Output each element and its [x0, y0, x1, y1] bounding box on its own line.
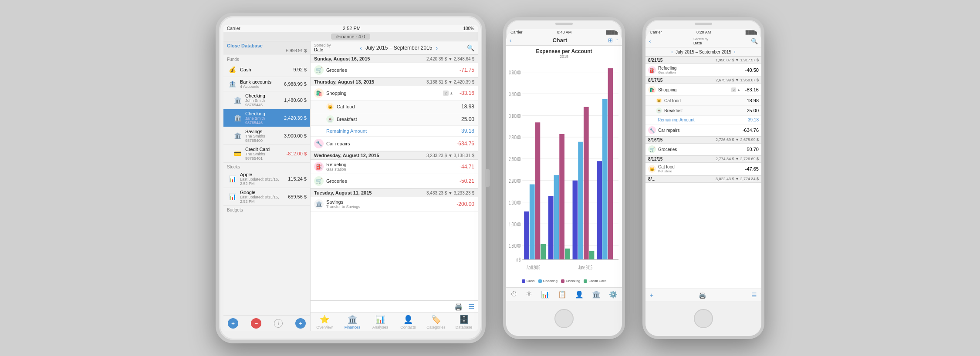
checking2-legend-dot	[561, 279, 564, 283]
iphone2-battery: ▓▓▓▓	[746, 30, 757, 34]
expand-2-button[interactable]: 2	[443, 91, 449, 96]
transaction-breakfast[interactable]: ☕ Breakfast 25.00	[311, 113, 478, 126]
print-button[interactable]: 🖨️	[454, 302, 463, 311]
overview-tab-label: Overview	[316, 325, 333, 329]
checking1-icon: 🏛️	[232, 95, 243, 105]
iphone2-groceries[interactable]: 🛒 Groceries -50.70	[645, 144, 761, 155]
iphone2-next-button[interactable]: ›	[734, 49, 736, 55]
tab-contacts[interactable]: 👤 Contacts	[394, 315, 422, 329]
transaction-savings-transfer[interactable]: 🏛️ Savings Transfer to Savings -200.00	[311, 197, 478, 212]
transaction-shopping[interactable]: 🛍️ Shopping 2 ▲ -83.16	[311, 86, 478, 101]
iphone1-grid-button[interactable]: ⊞	[608, 37, 613, 44]
iphone2-search-button[interactable]: 🔍	[751, 38, 758, 44]
sidebar-item-google[interactable]: 📊 Google Last updated: 8/13/15, 2:52 PM …	[223, 188, 310, 206]
sidebar-item-credit-card[interactable]: 💳 Credit Card The Smiths98765401 -812.00…	[223, 145, 310, 163]
tablet-screen: Carrier 2:52 PM 100% iFinance · 4.0 Clos…	[223, 25, 478, 331]
funds-section-title: Funds	[223, 55, 310, 63]
iphone1-tab-chart[interactable]: 📊	[540, 289, 551, 299]
iphone1-status-bar: Carrier 8:43 AM ▓▓▓▓	[506, 29, 622, 35]
svg-rect-32	[597, 161, 602, 259]
iphone2-car-repairs[interactable]: 🔧 Car repairs -634.76	[645, 124, 761, 136]
iphone2-sort-date: Date	[693, 41, 708, 45]
iphone2-groceries-icon: 🛒	[648, 145, 656, 153]
iphone2-breakfast[interactable]: ☕ Breakfast 25.00	[645, 106, 761, 116]
sidebar-header: Close Database 6,998.91 $	[223, 41, 310, 55]
sidebar-item-apple[interactable]: 📊 Apple Last updated: 8/13/15, 2:52 PM 1…	[223, 170, 310, 188]
iphone1-tab-clock[interactable]: ⏱	[510, 289, 518, 299]
svg-rect-23	[541, 244, 546, 260]
iphone1-tab-person[interactable]: 👤	[574, 289, 585, 299]
remove-account-button[interactable]: −	[251, 318, 261, 329]
next-period-button[interactable]: ›	[436, 44, 438, 51]
iphone2-shopping[interactable]: 🛍️ Shopping 2 ▲ -83.16	[645, 84, 761, 96]
bank-accounts-amount: 6,988.99 $	[284, 81, 307, 87]
svg-rect-24	[548, 196, 554, 259]
ifinance-bar: iFinance · 4.0	[223, 32, 478, 41]
database-tab-icon: 🗄️	[459, 315, 469, 324]
add-transaction-button[interactable]: +	[295, 318, 306, 329]
transaction-groceries-aug12[interactable]: 🛒 Groceries -50.21	[311, 174, 478, 188]
categories-tab-icon: 🏷️	[431, 315, 441, 324]
iphone1-tab-bank[interactable]: 🏛️	[591, 289, 602, 299]
sidebar-item-cash[interactable]: 💰 Cash 9.92 $	[223, 63, 310, 77]
svg-rect-26	[559, 134, 564, 259]
svg-rect-29	[578, 142, 583, 259]
sidebar-item-checking-1[interactable]: 🏛️ Checking John Smith98765445 1,480.60 …	[223, 91, 310, 109]
iphone1-tab-copy[interactable]: 📋	[557, 289, 568, 299]
chart-legend: Cash Checking Checking Credit Card	[509, 277, 619, 285]
iphone2-refueling[interactable]: ⛽ Refueling Gas station -40.50	[645, 64, 761, 77]
tablet-home-button[interactable]	[485, 169, 490, 187]
iphone1-share-button[interactable]: ↑	[615, 37, 618, 44]
sidebar-item-bank-accounts[interactable]: 🏦 Bank accounts 4 Accounts 6,988.99 $	[223, 77, 310, 91]
transaction-cat-food[interactable]: 🐱 Cat food 18.98	[311, 101, 478, 113]
svg-text:1,600.00: 1,600.00	[509, 221, 521, 227]
iphone1-back-button[interactable]: ‹	[510, 37, 511, 44]
iphone2-back-button[interactable]: ‹	[649, 38, 651, 44]
info-button[interactable]: i	[274, 319, 283, 328]
tab-analyses[interactable]: 📊 Analyses	[366, 315, 394, 329]
ifinance-btn[interactable]: iFinance · 4.0	[331, 34, 370, 40]
search-button[interactable]: 🔍	[467, 44, 474, 51]
tab-finances[interactable]: 🏛️ Finances	[338, 315, 366, 329]
tab-categories[interactable]: 🏷️ Categories	[422, 315, 450, 329]
transaction-groceries-aug16[interactable]: 🛒 Groceries -71.75	[311, 63, 478, 77]
analyses-tab-label: Analyses	[372, 325, 389, 329]
tab-overview[interactable]: ⭐ Overview	[311, 315, 338, 329]
close-database-button[interactable]: Close Database	[227, 43, 263, 48]
prev-period-button[interactable]: ‹	[360, 44, 362, 51]
iphone2-cat-food[interactable]: 🐱 Cat food 18.98	[645, 96, 761, 106]
sidebar-item-savings[interactable]: 🏛️ Savings The Smiths98765400 3,900.00 $	[223, 127, 310, 145]
date-group-aug11: Tuesday, August 11, 2015 3,433.23 $ ▼ 3,…	[311, 188, 478, 197]
iphone2-print-button[interactable]: 🖨️	[699, 292, 706, 299]
transaction-car-repairs[interactable]: 🔧 Car repairs -634.76	[311, 137, 478, 151]
categories-tab-label: Categories	[426, 325, 446, 329]
iphone2-date-0821: 8/21/15 1,958.07 $ ▼ 1,917.57 $	[645, 57, 761, 64]
iphone-chart: Carrier 8:43 AM ▓▓▓▓ ‹ Chart ⊞ ↑ Expense…	[503, 17, 625, 339]
refueling-icon: ⛽	[314, 162, 324, 171]
iphone2-home-button[interactable]	[694, 309, 713, 328]
transaction-refueling[interactable]: ⛽ Refueling Gas station -44.71	[311, 160, 478, 174]
checking1-amount: 1,480.60 $	[284, 97, 307, 103]
date-group-aug16: Sunday, August 16, 2015 2,420.39 $ ▼ 2,3…	[311, 54, 478, 63]
iphone2-bottom-bar: + 🖨️ ☰	[645, 289, 761, 301]
iphone1-screen: Carrier 8:43 AM ▓▓▓▓ ‹ Chart ⊞ ↑ Expense…	[506, 29, 622, 301]
iphone1-home-button[interactable]	[554, 309, 574, 328]
savings-sub: The Smiths98765400	[245, 134, 281, 143]
sidebar-item-checking-2[interactable]: 🏛️ Checking Jane Smith98765446 2,420.39 …	[223, 109, 310, 127]
iphone1-battery: ▓▓▓▓	[606, 30, 618, 34]
iphone1-tab-settings[interactable]: ⚙️	[608, 289, 618, 299]
list-button[interactable]: ☰	[468, 302, 474, 311]
svg-text:2,800.00: 2,800.00	[509, 134, 521, 141]
tablet-battery: 100%	[463, 26, 474, 31]
iphone2-list-button[interactable]: ☰	[751, 292, 757, 299]
iphone2-expand-btn[interactable]: 2	[731, 87, 736, 92]
iphone1-title: Chart	[552, 37, 567, 44]
svg-rect-22	[535, 122, 541, 259]
add-account-button[interactable]: +	[228, 318, 238, 329]
iphone2-cat-food2[interactable]: 🐱 Cat food Pet store -47.65	[645, 163, 761, 175]
credit-card-name: Credit Card	[245, 147, 284, 152]
iphone2-prev-button[interactable]: ‹	[671, 49, 673, 55]
iphone2-add-button[interactable]: +	[650, 292, 653, 299]
iphone1-tab-eye[interactable]: 👁	[525, 289, 534, 299]
tab-database[interactable]: 🗄️ Database	[450, 315, 478, 329]
